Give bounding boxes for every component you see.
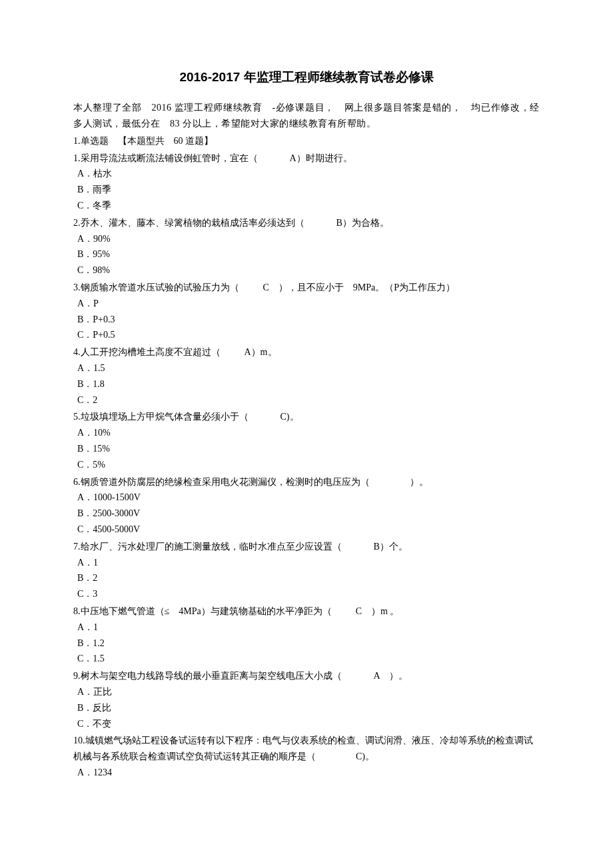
q8-stem: 8.中压地下燃气管道（≤ 4MPa）与建筑物基础的水平净距为（ (73, 606, 332, 616)
question-5: 5.垃圾填埋场上方甲烷气体含量必须小于（C)。 (73, 409, 540, 425)
q6-stem: 6.钢质管道外防腐层的绝缘检查采用电火花测漏仪，检测时的电压应为（ (73, 477, 370, 487)
q3-answer: C ），且不应小于 9MPa。（P为工作压力） (263, 282, 456, 292)
q7-stem: 7.给水厂、污水处理厂的施工测量放线，临时水准点至少应设置（ (73, 542, 342, 552)
q6-option-b: B．2500-3000V (73, 506, 540, 522)
q6-answer: ）。 (410, 477, 428, 487)
intro-text: 本人整理了全部 2016 监理工程师继续教育 -必修课题目， 网上很多题目答案是… (73, 100, 540, 132)
q1-stem: 1.采用导流法或断流法铺设倒虹管时，宜在（ (73, 153, 258, 163)
q4-option-b: B．1.8 (73, 376, 540, 392)
question-4: 4.人工开挖沟槽堆土高度不宜超过（A）m。 (73, 344, 540, 360)
q2-answer: B）为合格。 (336, 218, 389, 228)
q3-stem: 3.钢质输水管道水压试验的试验压力为（ (73, 282, 239, 292)
q8-answer: C ）m 。 (356, 606, 400, 616)
q6-option-a: A．1000-1500V (73, 490, 540, 506)
q4-option-c: C．2 (73, 392, 540, 408)
q4-stem: 4.人工开挖沟槽堆土高度不宜超过（ (73, 347, 221, 357)
q5-option-a: A．10% (73, 425, 540, 441)
q6-option-c: C．4500-5000V (73, 522, 540, 538)
q7-option-a: A．1 (73, 555, 540, 571)
q3-option-b: B．P+0.3 (73, 312, 540, 328)
q10-stem: 10.城镇燃气场站工程设备试运转有以下程序：电气与仪表系统的检查、调试润滑、液压… (73, 735, 533, 761)
question-3: 3.钢质输水管道水压试验的试验压力为（C ），且不应小于 9MPa。（P为工作压… (73, 280, 540, 296)
q4-answer: A）m。 (245, 347, 277, 357)
q10-option-a: A．1234 (73, 765, 540, 781)
q8-option-a: A．1 (73, 620, 540, 636)
q5-answer: C)。 (281, 412, 299, 422)
q7-option-c: C．3 (73, 586, 540, 602)
q1-option-a: A．枯水 (73, 166, 540, 182)
q7-answer: B）个。 (374, 542, 408, 552)
section-heading: 1.单选题 【本题型共 60 道题】 (73, 133, 540, 149)
q9-answer: A ）。 (374, 671, 408, 681)
q9-option-a: A．正比 (73, 684, 540, 700)
q9-stem: 9.树木与架空电力线路导线的最小垂直距离与架空线电压大小成（ (73, 671, 342, 681)
q1-option-c: C．冬季 (73, 198, 540, 214)
q9-option-b: B．反比 (73, 700, 540, 716)
q2-option-b: B．95% (73, 246, 540, 262)
q3-option-a: A．P (73, 296, 540, 312)
q3-option-c: C．P+0.5 (73, 327, 540, 343)
q8-option-c: C．1.5 (73, 651, 540, 667)
q2-option-a: A．90% (73, 231, 540, 247)
q2-option-c: C．98% (73, 262, 540, 278)
q5-option-c: C．5% (73, 457, 540, 473)
page-title: 2016-2017 年监理工程师继续教育试卷必修课 (73, 67, 540, 88)
q5-option-b: B．15% (73, 441, 540, 457)
q5-stem: 5.垃圾填埋场上方甲烷气体含量必须小于（ (73, 412, 249, 422)
question-9: 9.树木与架空电力线路导线的最小垂直距离与架空线电压大小成（A ）。 (73, 668, 540, 684)
q7-option-b: B．2 (73, 570, 540, 586)
q2-stem: 2.乔木、灌木、藤本、绿篱植物的栽植成活率必须达到（ (73, 218, 305, 228)
question-8: 8.中压地下燃气管道（≤ 4MPa）与建筑物基础的水平净距为（C ）m 。 (73, 604, 540, 620)
question-7: 7.给水厂、污水处理厂的施工测量放线，临时水准点至少应设置（B）个。 (73, 539, 540, 555)
question-6: 6.钢质管道外防腐层的绝缘检查采用电火花测漏仪，检测时的电压应为（）。 (73, 474, 540, 490)
q8-option-b: B．1.2 (73, 636, 540, 651)
q10-answer: C)。 (356, 751, 374, 761)
q9-option-c: C．不变 (73, 716, 540, 732)
question-1: 1.采用导流法或断流法铺设倒虹管时，宜在（A）时期进行。 (73, 151, 540, 167)
q1-option-b: B．雨季 (73, 182, 540, 198)
question-2: 2.乔木、灌木、藤本、绿篱植物的栽植成活率必须达到（B）为合格。 (73, 215, 540, 231)
q1-answer: A）时期进行。 (290, 153, 352, 163)
q4-option-a: A．1.5 (73, 360, 540, 376)
question-10: 10.城镇燃气场站工程设备试运转有以下程序：电气与仪表系统的检查、调试润滑、液压… (73, 733, 540, 765)
